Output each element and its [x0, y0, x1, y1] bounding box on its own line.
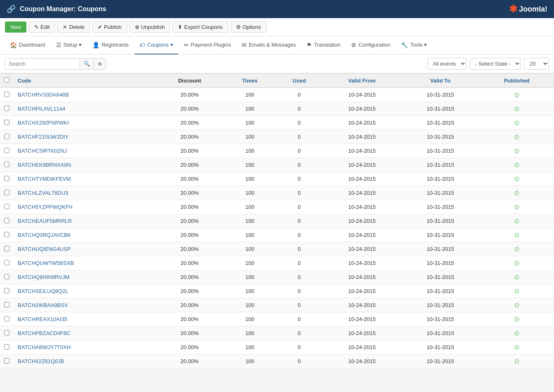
published-icon[interactable]: ⊙: [514, 231, 519, 239]
row-checkbox[interactable]: [4, 316, 9, 321]
published-icon[interactable]: ⊙: [514, 119, 519, 126]
col-used[interactable]: Used: [276, 74, 323, 88]
nav-item-coupons[interactable]: 🏷 Coupons ▾: [134, 36, 178, 54]
code-link[interactable]: BATCHABWJY7T0XH: [18, 344, 71, 350]
published-icon[interactable]: ⊙: [514, 358, 519, 365]
code-link[interactable]: BATCHII2Z81Q0JB: [18, 358, 64, 364]
search-button[interactable]: 🔍: [80, 59, 94, 69]
code-link[interactable]: BATCHQ0RQJAVCB6: [18, 232, 71, 238]
code-link[interactable]: BATCHRV33DA646B: [18, 92, 69, 98]
published-icon[interactable]: ⊙: [514, 105, 519, 112]
row-checkbox[interactable]: [4, 302, 9, 307]
published-icon[interactable]: ⊙: [514, 175, 519, 182]
row-discount: 20.00%: [155, 144, 224, 158]
row-checkbox[interactable]: [4, 274, 9, 279]
code-link[interactable]: BATCHQ8HIN9RVJM: [18, 274, 69, 280]
code-link[interactable]: BATCH2IKBAA9BSV: [18, 302, 68, 308]
nav-item-payment-plugins[interactable]: ✏ Payment Plugins: [179, 36, 236, 54]
code-link[interactable]: BATCHPILAVL1144: [18, 106, 65, 112]
code-link[interactable]: BATCHF210UW2DIY: [18, 134, 68, 140]
code-link[interactable]: BATCHX292FNPWKI: [18, 120, 69, 126]
row-published: ⊙: [480, 214, 554, 228]
nav-item-setup[interactable]: ☰ Setup ▾: [51, 36, 87, 54]
code-link[interactable]: BATCHC5IRTK02NJ: [18, 148, 67, 154]
row-times: 100: [224, 87, 276, 102]
published-icon[interactable]: ⊙: [514, 316, 519, 323]
code-link[interactable]: BATCHQUW7W5BSXB: [18, 260, 74, 266]
published-icon[interactable]: ⊙: [514, 91, 519, 98]
code-link[interactable]: BATCHEK9BRNXA8N: [18, 162, 71, 168]
row-checkbox[interactable]: [4, 120, 9, 125]
published-icon[interactable]: ⊙: [514, 344, 519, 351]
options-button[interactable]: ⚙ Options: [231, 21, 266, 33]
col-times[interactable]: Times: [224, 74, 276, 88]
published-icon[interactable]: ⊙: [514, 217, 519, 224]
row-discount: 20.00%: [155, 200, 224, 214]
row-checkbox[interactable]: [4, 358, 9, 364]
published-icon[interactable]: ⊙: [514, 288, 519, 295]
row-valid-to: 10-31-2015: [401, 172, 479, 186]
row-checkbox[interactable]: [4, 204, 9, 209]
nav-item-emails-messages[interactable]: ✉ Emails & Messages: [237, 36, 301, 54]
row-discount: 20.00%: [155, 270, 224, 284]
select-all-checkbox[interactable]: [4, 77, 9, 83]
row-checkbox[interactable]: [4, 162, 9, 167]
published-icon[interactable]: ⊙: [514, 189, 519, 196]
row-checkbox[interactable]: [4, 190, 9, 195]
code-link[interactable]: BATCHLZVAL78DU3: [18, 190, 68, 196]
row-checkbox[interactable]: [4, 344, 9, 349]
nav-item-tools[interactable]: 🔧 Tools ▾: [396, 36, 432, 54]
row-times: 100: [224, 102, 276, 116]
col-valid-to[interactable]: Valid To: [401, 74, 479, 88]
nav-item-dashboard[interactable]: 🏠 Dashboard: [5, 36, 50, 54]
published-icon[interactable]: ⊙: [514, 260, 519, 267]
code-link[interactable]: BATCHPBZACD4F8C: [18, 330, 71, 336]
row-checkbox[interactable]: [4, 218, 9, 223]
row-checkbox[interactable]: [4, 92, 9, 97]
published-icon[interactable]: ⊙: [514, 161, 519, 168]
code-link[interactable]: BATCH5YZPPWQKFH: [18, 204, 73, 210]
state-filter[interactable]: - Select State - Published Unpublished: [470, 58, 521, 70]
delete-button[interactable]: ✕ Delete: [57, 21, 90, 33]
table-row: BATCH2IKBAA9BSV 20.00% 100 0 10-24-2015 …: [0, 298, 554, 312]
edit-button[interactable]: ✎ Edit: [29, 21, 55, 33]
published-icon[interactable]: ⊙: [514, 302, 519, 309]
published-icon[interactable]: ⊙: [514, 274, 519, 281]
row-valid-from: 10-24-2015: [323, 354, 401, 368]
nav-item-configuration[interactable]: ⚙ Configuration: [346, 36, 395, 54]
nav-item-registrants[interactable]: 👤 Registrants: [87, 36, 134, 54]
published-icon[interactable]: ⊙: [514, 133, 519, 140]
code-link[interactable]: BATCHTYMDIKFEVM: [18, 176, 71, 182]
code-link[interactable]: BATCHUQIENG4USP: [18, 246, 71, 252]
per-page-filter[interactable]: 20 5 10 15 25 50 100: [524, 58, 549, 70]
publish-button[interactable]: ✔ Publish: [92, 21, 127, 33]
search-input[interactable]: [5, 59, 80, 69]
published-icon[interactable]: ⊙: [514, 246, 519, 253]
row-checkbox[interactable]: [4, 260, 9, 265]
row-valid-to: 10-31-2015: [401, 228, 479, 242]
col-code[interactable]: Code: [14, 74, 155, 88]
nav-item-translation[interactable]: ⚑ Translation: [302, 36, 345, 54]
unpublish-button[interactable]: ⊗ Unpublish: [130, 21, 170, 33]
row-checkbox[interactable]: [4, 176, 9, 181]
row-checkbox[interactable]: [4, 134, 9, 139]
row-times: 100: [224, 340, 276, 354]
code-link[interactable]: BATCHREAX10AI35: [18, 316, 67, 322]
col-valid-from[interactable]: Valid From: [323, 74, 401, 88]
new-button[interactable]: New: [5, 21, 26, 33]
code-link[interactable]: BATCHEAUF5MRRLR: [18, 218, 72, 224]
col-published[interactable]: Published: [480, 74, 554, 88]
published-icon[interactable]: ⊙: [514, 330, 519, 337]
row-checkbox[interactable]: [4, 232, 9, 237]
published-icon[interactable]: ⊙: [514, 147, 519, 154]
row-checkbox[interactable]: [4, 330, 9, 335]
published-icon[interactable]: ⊙: [514, 203, 519, 210]
row-checkbox[interactable]: [4, 148, 9, 153]
code-link[interactable]: BATCHSEILUQ8Q2L: [18, 288, 68, 294]
clear-search-button[interactable]: ✕: [94, 59, 106, 69]
events-filter[interactable]: All events: [427, 58, 467, 70]
row-checkbox[interactable]: [4, 288, 9, 293]
row-checkbox[interactable]: [4, 246, 9, 251]
row-checkbox[interactable]: [4, 106, 9, 111]
export-button[interactable]: ⬆ Export Coupons: [172, 21, 228, 33]
